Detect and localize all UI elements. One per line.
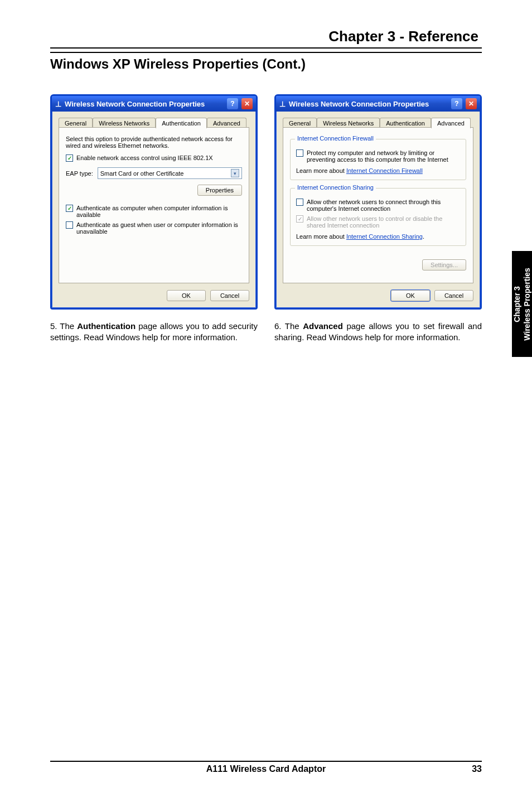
protect-computer-checkbox[interactable]: Protect my computer and network by limit… bbox=[296, 149, 460, 163]
enable-8021x-label: Enable network access control using IEEE… bbox=[76, 154, 213, 161]
allow-connect-label: Allow other network users to connect thr… bbox=[307, 199, 460, 212]
checkbox-checked-icon: ✓ bbox=[66, 205, 73, 212]
close-icon[interactable]: ✕ bbox=[241, 98, 253, 109]
dialog-titlebar[interactable]: ⊥ Wireless Network Connection Properties… bbox=[276, 96, 480, 112]
wifi-icon: ⊥ bbox=[55, 100, 61, 108]
cancel-button[interactable]: Cancel bbox=[210, 290, 249, 301]
chapter-title: Chapter 3 - Reference bbox=[50, 28, 482, 47]
tab-strip: General Wireless Networks Authentication… bbox=[59, 117, 249, 128]
auth-as-computer-checkbox[interactable]: ✓ Authenticate as computer when computer… bbox=[66, 205, 242, 218]
allow-connect-checkbox[interactable]: Allow other network users to connect thr… bbox=[296, 199, 460, 212]
footer-page-number: 33 bbox=[460, 764, 482, 774]
section-title: Windows XP Wireless Properties (Cont.) bbox=[50, 52, 482, 72]
cancel-button[interactable]: Cancel bbox=[434, 290, 473, 301]
tab-panel-authentication: Select this option to provide authentica… bbox=[59, 127, 249, 283]
header-rule bbox=[50, 47, 482, 49]
allow-control-label: Allow other network users to control or … bbox=[307, 215, 460, 229]
sharing-group: Internet Connection Sharing Allow other … bbox=[290, 188, 466, 246]
auth-as-guest-label: Authenticate as guest when user or compu… bbox=[76, 221, 242, 235]
auth-as-guest-checkbox[interactable]: Authenticate as guest when user or compu… bbox=[66, 221, 242, 235]
tab-authentication[interactable]: Authentication bbox=[156, 118, 207, 128]
tab-advanced[interactable]: Advanced bbox=[431, 118, 471, 128]
side-tab-line2: Wireless Properties bbox=[522, 268, 532, 341]
wifi-icon: ⊥ bbox=[279, 100, 286, 108]
side-tab-line1: Chapter 3 bbox=[512, 268, 523, 341]
step-6-text: 6. The Advanced page allows you to set f… bbox=[274, 321, 482, 344]
chevron-down-icon: ▾ bbox=[231, 169, 239, 177]
sharing-help-link[interactable]: Internet Connection Sharing bbox=[346, 233, 423, 240]
tab-strip: General Wireless Networks Authentication… bbox=[283, 117, 473, 128]
ok-button[interactable]: OK bbox=[167, 290, 206, 301]
step-5-text: 5. The Authentication page allows you to… bbox=[50, 321, 258, 344]
intro-text: Select this option to provide authentica… bbox=[66, 136, 242, 149]
checkbox-disabled-icon: ✓ bbox=[296, 215, 303, 223]
close-icon[interactable]: ✕ bbox=[466, 98, 477, 109]
firewall-group-legend: Internet Connection Firewall bbox=[295, 135, 376, 142]
allow-control-checkbox: ✓ Allow other network users to control o… bbox=[296, 215, 460, 229]
firewall-help-link[interactable]: Internet Connection Firewall bbox=[346, 167, 423, 174]
eap-type-value: Smart Card or other Certificate bbox=[100, 170, 184, 177]
eap-type-label: EAP type: bbox=[66, 170, 93, 177]
auth-as-computer-label: Authenticate as computer when computer i… bbox=[76, 205, 242, 218]
sharing-group-legend: Internet Connection Sharing bbox=[295, 184, 376, 191]
dialog-title: Wireless Network Connection Properties bbox=[289, 100, 429, 108]
enable-8021x-checkbox[interactable]: ✓ Enable network access control using IE… bbox=[66, 154, 242, 162]
learn-firewall-row: Learn more about Internet Connection Fir… bbox=[296, 167, 460, 174]
checkbox-unchecked-icon bbox=[66, 221, 73, 229]
help-icon[interactable]: ? bbox=[227, 98, 238, 109]
help-icon[interactable]: ? bbox=[451, 98, 462, 109]
eap-type-select[interactable]: Smart Card or other Certificate ▾ bbox=[98, 167, 242, 179]
dialog-titlebar[interactable]: ⊥ Wireless Network Connection Properties… bbox=[52, 96, 256, 112]
properties-button[interactable]: Properties bbox=[197, 185, 242, 196]
firewall-group: Internet Connection Firewall Protect my … bbox=[290, 139, 466, 180]
learn-sharing-row: Learn more about Internet Connection Sha… bbox=[296, 233, 460, 240]
advanced-dialog: ⊥ Wireless Network Connection Properties… bbox=[274, 94, 482, 310]
checkbox-checked-icon: ✓ bbox=[66, 154, 73, 162]
tab-panel-advanced: Internet Connection Firewall Protect my … bbox=[283, 127, 473, 283]
authentication-dialog: ⊥ Wireless Network Connection Properties… bbox=[50, 94, 258, 310]
checkbox-unchecked-icon bbox=[296, 199, 303, 206]
side-thumb-tab: Chapter 3 Wireless Properties bbox=[512, 251, 532, 357]
footer-product: A111 Wireless Card Adaptor bbox=[72, 764, 460, 774]
settings-button: Settings... bbox=[422, 259, 466, 270]
checkbox-unchecked-icon bbox=[296, 149, 303, 157]
ok-button[interactable]: OK bbox=[391, 290, 430, 301]
page-footer: A111 Wireless Card Adaptor 33 bbox=[50, 761, 482, 774]
protect-computer-label: Protect my computer and network by limit… bbox=[307, 149, 460, 163]
dialog-title: Wireless Network Connection Properties bbox=[65, 100, 205, 108]
